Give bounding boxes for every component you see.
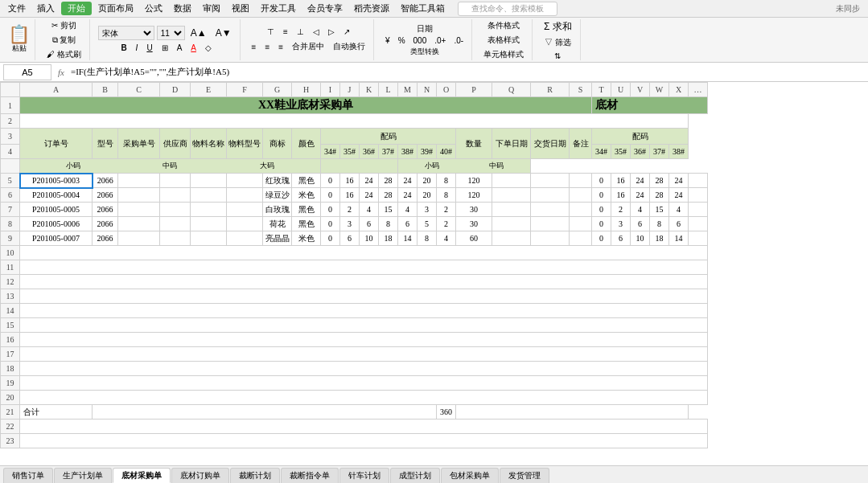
- cell-H9[interactable]: 米色: [292, 231, 321, 246]
- cell-I6[interactable]: 0: [321, 188, 340, 203]
- cell-Q9[interactable]: [492, 231, 531, 246]
- cell-F8[interactable]: [227, 217, 263, 231]
- decimal-decrease-button[interactable]: .0-: [450, 35, 467, 47]
- cell-D8[interactable]: [160, 217, 191, 231]
- font-size-select[interactable]: 11: [157, 26, 185, 40]
- cell-J5[interactable]: 16: [340, 174, 360, 188]
- cell-C6[interactable]: [118, 188, 160, 203]
- align-center-button[interactable]: ≡: [261, 41, 273, 53]
- row-num-7[interactable]: 7: [1, 203, 20, 217]
- italic-button[interactable]: I: [133, 42, 142, 54]
- cell-R6[interactable]: [531, 188, 570, 203]
- cell-T8[interactable]: 0: [592, 217, 611, 231]
- empty-10[interactable]: [20, 246, 708, 260]
- cell-U8[interactable]: 3: [611, 217, 631, 231]
- cell-V9[interactable]: 10: [631, 231, 650, 246]
- tab-forming-plan[interactable]: 成型计划: [390, 468, 440, 483]
- cell-U9[interactable]: 6: [611, 231, 631, 246]
- cell-E7[interactable]: [191, 203, 227, 217]
- cell-Q6[interactable]: [492, 188, 531, 203]
- cell-X9[interactable]: 14: [669, 231, 689, 246]
- cell-P9[interactable]: 60: [456, 231, 492, 246]
- text-angle-button[interactable]: ↗: [340, 26, 353, 38]
- menu-pagelayout[interactable]: 页面布局: [93, 2, 138, 14]
- row-num-14[interactable]: 14: [1, 304, 20, 318]
- empty-19[interactable]: [20, 376, 708, 391]
- menu-insert[interactable]: 插入: [32, 2, 60, 14]
- col-B[interactable]: B: [93, 83, 118, 97]
- row-num-23[interactable]: 23: [1, 434, 20, 448]
- row-num-13[interactable]: 13: [1, 289, 20, 304]
- font-family-select[interactable]: 宋体: [98, 26, 154, 40]
- cell-H5[interactable]: 黑色: [292, 174, 321, 188]
- row-num-2[interactable]: 2: [1, 114, 20, 129]
- row-num-5[interactable]: 5: [1, 174, 20, 188]
- align-top-button[interactable]: ⊤: [264, 26, 278, 38]
- cell-U6[interactable]: 16: [611, 188, 631, 203]
- cell-P5[interactable]: 120: [456, 174, 492, 188]
- cell-Q5[interactable]: [492, 174, 531, 188]
- row-num-8[interactable]: 8: [1, 217, 20, 231]
- cell-K7[interactable]: 4: [360, 203, 379, 217]
- cell-S8[interactable]: [570, 217, 592, 231]
- cell-R9[interactable]: [531, 231, 570, 246]
- cell-C7[interactable]: [118, 203, 160, 217]
- col-H[interactable]: H: [292, 83, 321, 97]
- menu-resource[interactable]: 稻壳资源: [349, 2, 394, 14]
- cell-N5[interactable]: 20: [418, 174, 437, 188]
- empty-20[interactable]: [20, 391, 708, 405]
- cell-W7[interactable]: 15: [650, 203, 669, 217]
- row-num-18[interactable]: 18: [1, 362, 20, 376]
- align-bottom-button[interactable]: ⊥: [294, 26, 307, 38]
- tab-sole-purchase[interactable]: 底材采购单: [113, 468, 171, 483]
- cell-O5[interactable]: 8: [437, 174, 456, 188]
- empty-23[interactable]: [20, 434, 708, 448]
- cell-O9[interactable]: 4: [437, 231, 456, 246]
- empty-11[interactable]: [20, 260, 708, 275]
- type-convert-label[interactable]: 类型转换: [410, 47, 439, 57]
- menu-member[interactable]: 会员专享: [302, 2, 348, 14]
- cell-B9[interactable]: 2066: [93, 231, 118, 246]
- cell-P8[interactable]: 30: [456, 217, 492, 231]
- tab-sales-order[interactable]: 销售订单: [3, 468, 53, 483]
- col-V[interactable]: V: [631, 83, 650, 97]
- sum-button[interactable]: Σ 求和: [541, 18, 575, 35]
- eraser-button[interactable]: ◇: [202, 42, 215, 54]
- menu-review[interactable]: 审阅: [198, 2, 225, 14]
- col-N[interactable]: N: [418, 83, 437, 97]
- empty-16[interactable]: [20, 333, 708, 347]
- cell-H6[interactable]: 米色: [292, 188, 321, 203]
- format-painter-button[interactable]: 🖌 格式刷: [43, 47, 84, 62]
- cell-G7[interactable]: 白玫瑰: [263, 203, 292, 217]
- cell-G6[interactable]: 绿豆沙: [263, 188, 292, 203]
- sort-button[interactable]: ⇅: [551, 50, 564, 62]
- cell-N7[interactable]: 3: [418, 203, 437, 217]
- underline-button[interactable]: U: [143, 42, 155, 54]
- col-Q[interactable]: Q: [492, 83, 531, 97]
- col-K[interactable]: K: [360, 83, 379, 97]
- cell-W6[interactable]: 28: [650, 188, 669, 203]
- decrease-font-button[interactable]: A▼: [212, 26, 235, 40]
- cell-F9[interactable]: [227, 231, 263, 246]
- cell-C8[interactable]: [118, 217, 160, 231]
- filter-button[interactable]: ▽ 筛选: [541, 35, 574, 50]
- cell-B8[interactable]: 2066: [93, 217, 118, 231]
- cell-R8[interactable]: [531, 217, 570, 231]
- col-G[interactable]: G: [263, 83, 292, 97]
- col-S[interactable]: S: [570, 83, 592, 97]
- cell-W9[interactable]: 18: [650, 231, 669, 246]
- empty-13[interactable]: [20, 289, 708, 304]
- cell-A7[interactable]: P201005-0005: [20, 203, 93, 217]
- cut-button[interactable]: ✂ 剪切: [48, 18, 80, 33]
- formula-input[interactable]: [71, 64, 865, 80]
- cell-A5[interactable]: P201005-0003: [20, 174, 93, 188]
- font-color-button[interactable]: A: [187, 42, 200, 54]
- cell-J6[interactable]: 16: [340, 188, 360, 203]
- r2-a[interactable]: [20, 114, 689, 129]
- cell-M5[interactable]: 24: [398, 174, 418, 188]
- search-box[interactable]: 查找命令、搜索模板: [458, 2, 557, 16]
- col-D[interactable]: D: [160, 83, 191, 97]
- increase-font-button[interactable]: A▲: [187, 26, 210, 40]
- col-A[interactable]: A: [20, 83, 93, 97]
- row-num-10[interactable]: 10: [1, 246, 20, 260]
